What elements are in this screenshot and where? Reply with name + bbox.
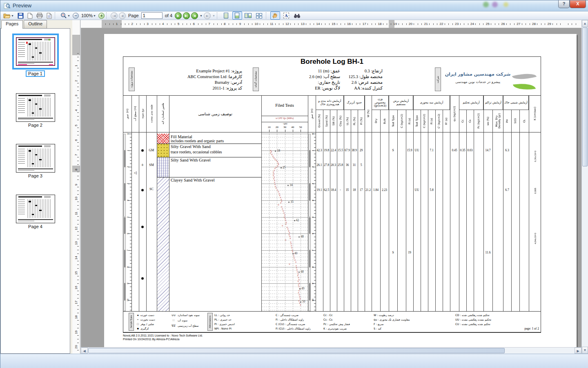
page-thumbnail[interactable] xyxy=(16,195,55,223)
table-cell-value: 14.7 xyxy=(483,148,492,153)
ruler-tick xyxy=(77,120,79,120)
zoom-out-button[interactable]: − xyxy=(73,13,79,19)
toolbar-separator xyxy=(55,12,58,19)
single-page-view-button[interactable] xyxy=(221,11,231,20)
ruler-tick xyxy=(325,23,325,25)
open-button[interactable]: ▼ xyxy=(2,12,15,20)
table-column-border xyxy=(406,110,406,311)
scroll-right-button[interactable]: ▶ xyxy=(575,348,581,354)
zoom-in-button[interactable]: + xyxy=(98,13,105,19)
horizontal-scroll-thumb[interactable] xyxy=(88,348,505,353)
table-column-border xyxy=(358,110,358,311)
mini-block xyxy=(32,112,34,114)
ruler-number: 21 xyxy=(424,22,429,26)
table-column-header: C (kg/cm2) xyxy=(398,110,405,132)
page-thumbnail-label[interactable]: Page 4 xyxy=(28,224,42,229)
save-button[interactable] xyxy=(16,12,25,20)
depth-tick xyxy=(314,294,316,294)
table-cell-value: UU xyxy=(413,148,421,153)
text-select-tool-button[interactable]: A xyxy=(281,11,291,20)
zoom-level-select[interactable]: 100% ▼ xyxy=(80,13,97,18)
document-page[interactable]: Borehole Log BH-1مشخصات پروژهExample Pro… xyxy=(104,34,577,347)
next-page-button[interactable]: ▶ xyxy=(175,12,182,19)
ruler-tick xyxy=(77,68,79,68)
depth-tick xyxy=(130,263,131,264)
find-button[interactable] xyxy=(292,11,302,20)
depth-tick xyxy=(130,247,131,247)
layer-name: Silty Sand With Gravel xyxy=(171,158,260,163)
table-column-header: Silt (%) xyxy=(330,110,336,132)
page-thumbnail[interactable] xyxy=(16,144,55,173)
mini-header xyxy=(18,95,42,96)
preview-canvas[interactable]: Borehole Log BH-1مشخصات پروژهExample Pro… xyxy=(81,28,581,347)
mini-column xyxy=(50,199,51,218)
last-page-button[interactable]: ▶| xyxy=(183,12,190,19)
page-thumbnail-label[interactable]: Page 2 xyxy=(28,123,42,128)
ruler-tick xyxy=(77,239,79,239)
thumbnail-item[interactable] xyxy=(16,93,55,122)
water-table-symbol: ▽ xyxy=(133,171,138,175)
depth-bar-segment xyxy=(124,250,126,267)
continuous-view-button[interactable] xyxy=(232,11,242,20)
mini-column xyxy=(34,148,34,167)
titlebar: Preview ? X xyxy=(0,0,588,11)
vertical-scroll-thumb[interactable] xyxy=(582,27,588,166)
table-column-border xyxy=(459,110,459,311)
page-thumbnail-label[interactable]: Page 1 xyxy=(26,70,45,77)
depth-tick xyxy=(128,200,131,201)
mini-line xyxy=(18,153,25,153)
spt-value-label: 34 xyxy=(290,183,297,187)
plot-gridline-h xyxy=(262,177,308,177)
ruler-tick xyxy=(522,23,522,25)
new-page-button[interactable] xyxy=(26,12,34,20)
table-cell-value: 25.8 xyxy=(337,163,344,167)
forward-button[interactable]: ▶ xyxy=(204,12,211,19)
depth-tick xyxy=(130,290,131,291)
table-cell-value: 19.1 xyxy=(316,188,323,192)
scroll-up-button[interactable]: ▲ xyxy=(582,20,588,27)
back-button[interactable]: ◀ xyxy=(191,12,198,19)
plot-gridline-h xyxy=(262,233,308,234)
legend-symbol: ● xyxy=(136,314,140,318)
tab-outline[interactable]: Outline xyxy=(24,20,47,28)
hand-tool-button[interactable] xyxy=(270,11,280,20)
previous-page-button[interactable]: ◀ xyxy=(119,12,126,19)
horizontal-scrollbar[interactable]: ◀ ▶ xyxy=(81,347,581,354)
plot-gridline-h xyxy=(262,227,308,227)
thumbnail-panel: Page 1Page 2Page 3Page 4 xyxy=(0,28,70,354)
spt-point xyxy=(298,272,300,273)
page-number-input[interactable] xyxy=(141,12,163,19)
two-page-view-button[interactable] xyxy=(243,11,253,20)
depth-tick xyxy=(128,233,131,234)
page-thumbnail[interactable] xyxy=(16,37,55,66)
ruler-tick xyxy=(77,235,79,236)
ruler-number: 15 xyxy=(332,22,336,26)
scroll-left-button[interactable]: ◀ xyxy=(81,348,88,354)
multi-page-view-button[interactable] xyxy=(254,11,264,20)
ruler-tick xyxy=(144,23,145,25)
scroll-down-button[interactable]: ▼ xyxy=(582,347,588,354)
page-thumbnail[interactable] xyxy=(16,93,55,122)
tab-pages[interactable]: Pages xyxy=(1,20,23,29)
ruler-tick xyxy=(77,328,79,328)
page-thumbnail-label[interactable]: Page 3 xyxy=(28,173,42,178)
first-page-button[interactable]: |◀ xyxy=(111,12,118,19)
table-column-header: سطح آب (m) xyxy=(132,96,138,132)
page-setup-button[interactable] xyxy=(45,12,53,20)
mini-line xyxy=(18,44,25,45)
thumbnail-item[interactable] xyxy=(16,144,55,173)
thumbnail-item[interactable] xyxy=(16,195,55,223)
vertical-scrollbar[interactable]: ▲ ▼ xyxy=(581,20,588,354)
ruler-tick xyxy=(121,23,121,25)
abbreviation-entry: LL : حد روانی xyxy=(214,314,272,318)
print-button[interactable] xyxy=(35,12,44,20)
close-button[interactable]: X xyxy=(570,0,586,8)
depth-bar-segment xyxy=(124,233,126,250)
mini-column xyxy=(34,42,34,61)
ruler-tick xyxy=(530,23,530,25)
table-column-border xyxy=(330,110,330,311)
plot-gridline-h xyxy=(262,263,308,264)
thumbnail-item[interactable] xyxy=(12,34,59,70)
zoom-tool-button[interactable]: ▼ xyxy=(59,12,71,20)
help-button[interactable]: ? xyxy=(558,0,570,8)
